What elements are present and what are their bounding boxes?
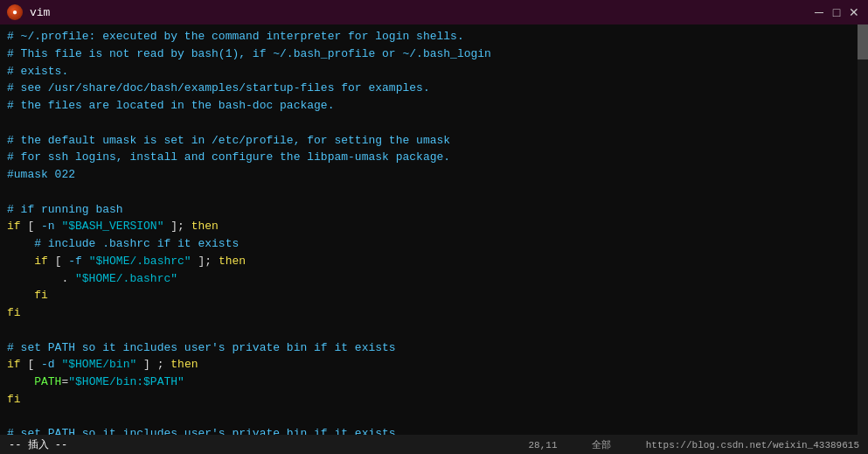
code-line: # exists. <box>7 63 868 80</box>
code-line: PATH="$HOME/bin:$PATH" <box>7 374 868 391</box>
code-line: # set PATH so it includes user's private… <box>7 339 868 357</box>
vim-mode: -- 插入 -- <box>9 437 67 452</box>
status-right-area: 28,11 全部 https://blog.csdn.net/weixin_43… <box>529 438 859 451</box>
code-line: fi <box>7 391 868 409</box>
code-line: if [ -d "$HOME/bin" ] ; then <box>7 356 868 374</box>
code-line: # the files are located in the bash-doc … <box>7 97 868 115</box>
status-bar: -- 插入 -- 28,11 全部 https://blog.csdn.net/… <box>0 435 868 454</box>
code-line: # see /usr/share/doc/bash/examples/start… <box>7 80 868 97</box>
code-line: # for ssh logins, install and configure … <box>7 149 868 166</box>
code-line: # include .bashrc if it exists <box>7 235 868 253</box>
cursor-position: 28,11 <box>529 440 558 451</box>
window-controls[interactable]: ─ □ ✕ <box>812 5 861 19</box>
code-line: #umask 022 <box>7 166 868 184</box>
code-line <box>7 409 868 426</box>
title-bar-left: ● vim <box>7 4 50 20</box>
maximize-button[interactable]: □ <box>830 5 844 19</box>
editor-area: # ~/.profile: executed by the command in… <box>0 24 868 435</box>
code-line <box>7 184 868 201</box>
code-line: # set PATH so it includes user's private… <box>7 425 868 435</box>
url-reference: https://blog.csdn.net/weixin_43389615 <box>646 440 859 451</box>
window-title: vim <box>30 6 50 19</box>
code-line: # the default umask is set in /etc/profi… <box>7 132 868 150</box>
code-line: # ~/.profile: executed by the command in… <box>7 28 868 45</box>
minimize-button[interactable]: ─ <box>812 5 826 19</box>
code-line: fi <box>7 287 868 304</box>
code-line: if [ -f "$HOME/.bashrc" ]; then <box>7 253 868 270</box>
scrollbar-thumb[interactable] <box>858 24 868 59</box>
code-line <box>7 115 868 132</box>
code-content: # ~/.profile: executed by the command in… <box>0 24 868 435</box>
code-line: if [ -n "$BASH_VERSION" ]; then <box>7 218 868 235</box>
code-line <box>7 322 868 339</box>
title-bar: ● vim ─ □ ✕ <box>0 0 868 24</box>
scroll-position: 全部 <box>592 440 611 451</box>
code-line: # if running bash <box>7 201 868 219</box>
code-line: # This file is not read by bash(1), if ~… <box>7 45 868 63</box>
code-line: . "$HOME/.bashrc" <box>7 270 868 288</box>
app-icon: ● <box>7 4 23 20</box>
close-button[interactable]: ✕ <box>847 5 861 19</box>
scrollbar[interactable] <box>858 24 868 435</box>
code-line: fi <box>7 304 868 322</box>
